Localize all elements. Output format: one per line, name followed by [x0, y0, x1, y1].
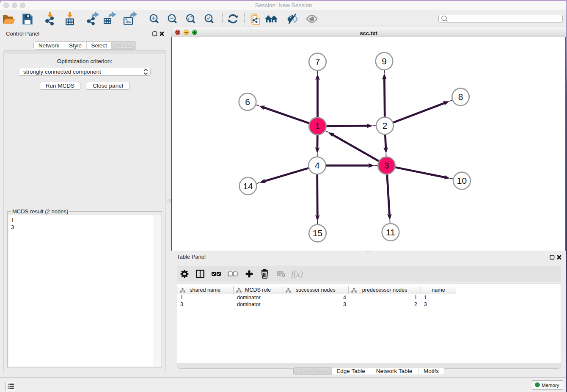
svg-text:14: 14 [243, 181, 253, 190]
svg-text:Memory: Memory [542, 383, 559, 388]
svg-text:15: 15 [313, 228, 322, 238]
svg-text:6: 6 [245, 97, 250, 106]
svg-text:7: 7 [315, 57, 320, 66]
svg-text:10: 10 [457, 176, 467, 185]
svg-text:11: 11 [386, 227, 395, 237]
svg-text:3: 3 [384, 160, 389, 170]
svg-text:9: 9 [382, 56, 387, 66]
svg-text:4: 4 [315, 160, 320, 170]
svg-text:f(x): f(x) [291, 269, 303, 279]
svg-text:2: 2 [383, 121, 388, 130]
svg-text:1: 1 [315, 121, 320, 131]
svg-text:8: 8 [458, 92, 463, 102]
